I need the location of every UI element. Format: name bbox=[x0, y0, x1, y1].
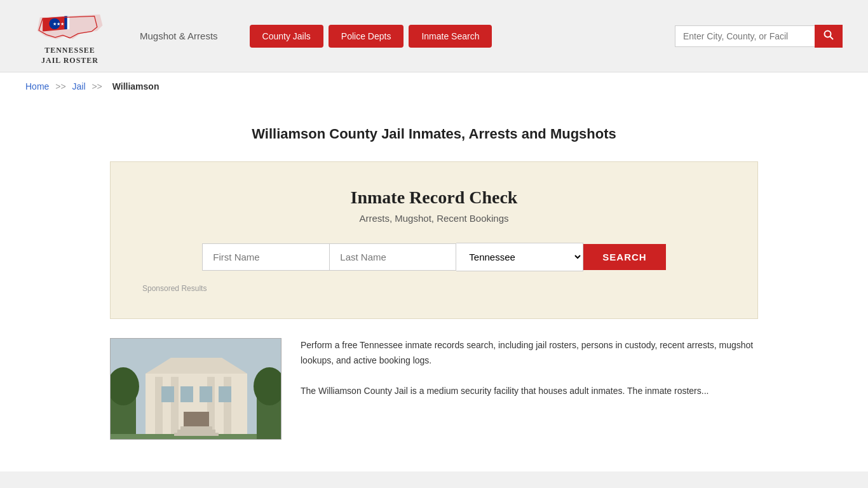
svg-rect-17 bbox=[200, 386, 212, 402]
breadcrumb-sep2: >> bbox=[92, 81, 102, 92]
nav-buttons: County Jails Police Depts Inmate Search bbox=[250, 25, 492, 48]
page-title: Williamson County Jail Inmates, Arrests … bbox=[110, 126, 758, 142]
breadcrumb-jail[interactable]: Jail bbox=[72, 81, 86, 92]
svg-rect-13 bbox=[224, 377, 231, 437]
description-para1: Perform a free Tennessee inmate records … bbox=[301, 338, 758, 369]
first-name-input[interactable] bbox=[202, 243, 329, 271]
svg-rect-18 bbox=[219, 386, 231, 402]
description-area: Perform a free Tennessee inmate records … bbox=[301, 338, 758, 440]
breadcrumb-current: Williamson bbox=[112, 81, 159, 92]
breadcrumb-sep1: >> bbox=[55, 81, 65, 92]
county-jails-button[interactable]: County Jails bbox=[250, 25, 323, 48]
description-para2: The Williamson County Jail is a medium s… bbox=[301, 384, 758, 399]
svg-rect-15 bbox=[161, 386, 174, 402]
header-search-area bbox=[675, 25, 843, 48]
svg-rect-23 bbox=[174, 433, 219, 436]
state-select[interactable]: AlabamaAlaskaArizonaArkansasCaliforniaCo… bbox=[456, 243, 583, 271]
site-header: ★★★ TENNESSEE JAIL ROSTER Mugshot & Arre… bbox=[0, 0, 868, 72]
svg-line-5 bbox=[831, 36, 834, 39]
svg-rect-25 bbox=[180, 426, 212, 430]
svg-rect-16 bbox=[180, 386, 193, 402]
header-search-button[interactable] bbox=[815, 25, 843, 48]
svg-rect-11 bbox=[171, 377, 179, 437]
bottom-section: Perform a free Tennessee inmate records … bbox=[110, 338, 758, 440]
breadcrumb-home[interactable]: Home bbox=[25, 81, 49, 92]
jail-building-svg bbox=[111, 339, 281, 440]
svg-rect-24 bbox=[177, 430, 215, 433]
logo-text: TENNESSEE JAIL ROSTER bbox=[41, 46, 98, 65]
record-check-title: Inmate Record Check bbox=[130, 187, 738, 208]
record-check-box: Inmate Record Check Arrests, Mugshot, Re… bbox=[110, 161, 758, 319]
svg-rect-10 bbox=[155, 377, 163, 437]
svg-rect-3 bbox=[67, 16, 69, 29]
logo-svg: ★★★ bbox=[32, 6, 108, 44]
mugshot-arrests-link[interactable]: Mugshot & Arrests bbox=[140, 30, 218, 41]
record-check-subtitle: Arrests, Mugshot, Recent Bookings bbox=[130, 213, 738, 224]
inmate-search-button[interactable]: Inmate Search bbox=[409, 25, 492, 48]
svg-point-4 bbox=[825, 30, 831, 37]
inmate-search-form: AlabamaAlaskaArizonaArkansasCaliforniaCo… bbox=[130, 243, 738, 271]
main-content: Williamson County Jail Inmates, Arrests … bbox=[85, 100, 783, 452]
breadcrumb: Home >> Jail >> Williamson bbox=[0, 72, 868, 100]
site-logo[interactable]: ★★★ TENNESSEE JAIL ROSTER bbox=[25, 6, 114, 65]
last-name-input[interactable] bbox=[329, 243, 456, 271]
inmate-search-submit[interactable]: SEARCH bbox=[583, 244, 665, 270]
header-search-input[interactable] bbox=[675, 25, 815, 47]
search-icon bbox=[824, 30, 834, 40]
svg-text:★★★: ★★★ bbox=[53, 22, 64, 26]
sponsored-label: Sponsored Results bbox=[130, 284, 738, 293]
jail-image bbox=[110, 338, 281, 440]
breadcrumb-container: Home >> Jail >> Williamson bbox=[0, 72, 868, 100]
police-depts-button[interactable]: Police Depts bbox=[329, 25, 404, 48]
